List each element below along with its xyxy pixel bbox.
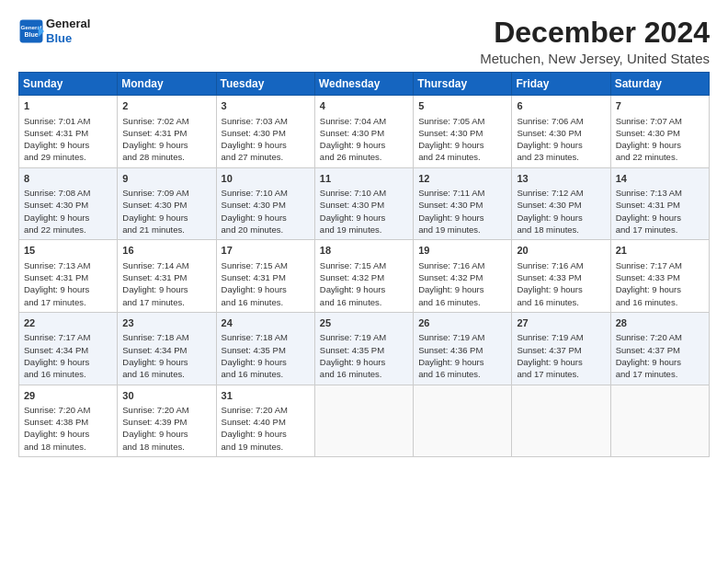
day-info: and 16 minutes. (418, 369, 481, 379)
day-number: 18 (320, 244, 409, 258)
subtitle: Metuchen, New Jersey, United States (480, 51, 710, 66)
day-number: 13 (517, 172, 606, 186)
day-info: Sunrise: 7:20 AM (222, 405, 288, 415)
day-info: and 26 minutes. (320, 152, 382, 162)
col-friday: Friday (512, 73, 610, 96)
calendar-cell: 21Sunrise: 7:17 AMSunset: 4:33 PMDayligh… (610, 240, 709, 313)
day-info: Sunset: 4:31 PM (24, 272, 88, 282)
day-info: Sunset: 4:30 PM (418, 128, 483, 138)
day-number: 11 (320, 172, 409, 186)
day-info: Daylight: 9 hours (320, 213, 385, 223)
day-info: Daylight: 9 hours (24, 429, 89, 439)
day-info: Daylight: 9 hours (616, 140, 681, 150)
col-wednesday: Wednesday (314, 73, 413, 96)
day-info: Sunset: 4:33 PM (616, 272, 680, 282)
calendar-cell: 26Sunrise: 7:19 AMSunset: 4:36 PMDayligh… (414, 312, 512, 385)
calendar-cell: 5Sunrise: 7:05 AMSunset: 4:30 PMDaylight… (414, 96, 512, 168)
day-info: Sunset: 4:40 PM (222, 417, 286, 427)
day-info: and 16 minutes. (222, 297, 284, 307)
logo-text-line2: Blue (46, 31, 90, 46)
calendar-cell: 12Sunrise: 7:11 AMSunset: 4:30 PMDayligh… (414, 167, 512, 240)
day-info: and 17 minutes. (616, 224, 678, 235)
day-number: 25 (320, 316, 409, 330)
calendar-cell (610, 385, 709, 457)
day-info: Sunset: 4:34 PM (122, 345, 187, 355)
calendar-week-1: 1Sunrise: 7:01 AMSunset: 4:31 PMDaylight… (19, 96, 710, 168)
day-info: Sunset: 4:30 PM (320, 128, 384, 138)
calendar-cell: 9Sunrise: 7:09 AMSunset: 4:30 PMDaylight… (118, 167, 216, 240)
col-sunday: Sunday (19, 73, 118, 96)
day-info: Sunset: 4:31 PM (24, 128, 88, 138)
day-number: 7 (616, 99, 705, 113)
day-info: Sunset: 4:39 PM (122, 417, 187, 427)
day-info: Sunset: 4:38 PM (24, 417, 88, 427)
day-info: and 28 minutes. (122, 152, 185, 162)
day-info: Daylight: 9 hours (320, 357, 385, 367)
day-info: and 16 minutes. (222, 369, 284, 379)
day-info: Daylight: 9 hours (517, 140, 582, 150)
day-info: and 18 minutes. (517, 224, 579, 235)
calendar-cell: 28Sunrise: 7:20 AMSunset: 4:37 PMDayligh… (610, 312, 709, 385)
day-info: Daylight: 9 hours (222, 429, 287, 439)
day-info: Sunset: 4:30 PM (24, 200, 88, 210)
day-info: Sunrise: 7:15 AM (320, 260, 386, 270)
day-info: Sunset: 4:30 PM (122, 200, 187, 210)
calendar-cell: 4Sunrise: 7:04 AMSunset: 4:30 PMDaylight… (314, 96, 413, 168)
day-info: Sunrise: 7:07 AM (616, 116, 682, 126)
day-info: Sunrise: 7:06 AM (517, 116, 583, 126)
day-info: and 19 minutes. (222, 442, 284, 452)
page: General Blue General Blue December 2024 … (0, 0, 728, 563)
day-info: Sunset: 4:30 PM (418, 200, 483, 210)
day-info: Sunrise: 7:05 AM (418, 116, 484, 126)
day-info: and 21 minutes. (122, 224, 185, 235)
calendar-week-5: 29Sunrise: 7:20 AMSunset: 4:38 PMDayligh… (19, 385, 710, 457)
calendar-cell: 23Sunrise: 7:18 AMSunset: 4:34 PMDayligh… (118, 312, 216, 385)
day-info: Sunrise: 7:08 AM (24, 188, 90, 198)
day-info: Daylight: 9 hours (616, 213, 681, 223)
calendar-cell: 27Sunrise: 7:19 AMSunset: 4:37 PMDayligh… (512, 312, 610, 385)
day-info: Sunrise: 7:13 AM (616, 188, 682, 198)
day-info: Sunrise: 7:09 AM (122, 188, 188, 198)
day-number: 19 (418, 244, 507, 258)
day-info: Sunrise: 7:17 AM (24, 332, 90, 342)
day-number: 3 (222, 99, 311, 113)
day-number: 17 (222, 244, 311, 258)
day-number: 14 (616, 172, 705, 186)
day-info: Daylight: 9 hours (517, 213, 582, 223)
day-info: Daylight: 9 hours (418, 284, 483, 294)
day-info: Daylight: 9 hours (320, 140, 385, 150)
day-info: Daylight: 9 hours (616, 357, 681, 367)
day-number: 15 (24, 244, 113, 258)
day-info: and 16 minutes. (616, 297, 678, 307)
day-number: 20 (517, 244, 606, 258)
day-info: and 22 minutes. (616, 152, 678, 162)
day-info: Sunrise: 7:01 AM (24, 116, 90, 126)
day-info: and 17 minutes. (517, 369, 579, 379)
day-info: Sunset: 4:30 PM (616, 128, 680, 138)
day-info: Sunrise: 7:14 AM (122, 260, 188, 270)
logo: General Blue General Blue (18, 17, 90, 45)
day-info: Sunrise: 7:20 AM (122, 405, 188, 415)
day-info: Sunset: 4:35 PM (320, 345, 384, 355)
day-number: 27 (517, 316, 606, 330)
day-number: 8 (24, 172, 113, 186)
day-info: Sunrise: 7:20 AM (616, 332, 682, 342)
day-info: Sunrise: 7:16 AM (418, 260, 484, 270)
day-info: Sunset: 4:30 PM (517, 128, 581, 138)
header-row: Sunday Monday Tuesday Wednesday Thursday… (19, 73, 710, 96)
day-info: Sunrise: 7:12 AM (517, 188, 583, 198)
day-info: and 27 minutes. (222, 152, 284, 162)
calendar-week-2: 8Sunrise: 7:08 AMSunset: 4:30 PMDaylight… (19, 167, 710, 240)
day-number: 24 (222, 316, 311, 330)
header: General Blue General Blue December 2024 … (18, 17, 710, 66)
day-info: Sunset: 4:31 PM (122, 128, 187, 138)
day-info: Sunset: 4:30 PM (517, 200, 581, 210)
day-info: and 23 minutes. (517, 152, 579, 162)
day-info: Daylight: 9 hours (517, 284, 582, 294)
calendar-cell: 11Sunrise: 7:10 AMSunset: 4:30 PMDayligh… (314, 167, 413, 240)
calendar-cell: 19Sunrise: 7:16 AMSunset: 4:32 PMDayligh… (414, 240, 512, 313)
day-number: 4 (320, 99, 409, 113)
day-info: Sunset: 4:31 PM (222, 272, 286, 282)
day-info: Sunset: 4:32 PM (320, 272, 384, 282)
calendar-cell: 6Sunrise: 7:06 AMSunset: 4:30 PMDaylight… (512, 96, 610, 168)
